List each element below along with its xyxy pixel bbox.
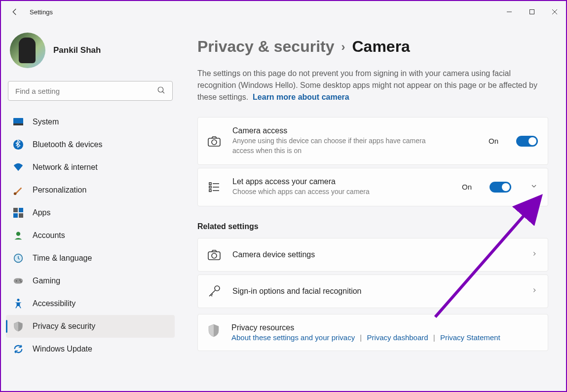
learn-more-link[interactable]: Learn more about camera	[253, 93, 349, 101]
resource-links: About these settings and your privacy | …	[231, 333, 500, 342]
search-input[interactable]	[8, 81, 173, 101]
titlebar: Settings	[1, 1, 566, 23]
svg-point-14	[16, 232, 20, 236]
camera-icon	[208, 248, 221, 261]
brush-icon	[13, 185, 24, 196]
sidebar-item-update[interactable]: Windows Update	[6, 338, 175, 360]
sidebar-item-gaming[interactable]: Gaming	[6, 270, 175, 292]
resources-title: Privacy resources	[231, 323, 500, 332]
sidebar-item-accessibility[interactable]: Accessibility	[6, 292, 175, 315]
svg-rect-7	[13, 123, 23, 125]
camera-icon	[208, 135, 221, 148]
toggle-state-label: On	[462, 183, 472, 191]
sidebar-item-privacy[interactable]: Privacy & security	[6, 315, 175, 338]
svg-point-20	[17, 299, 20, 301]
related-item-label: Camera device settings	[232, 250, 519, 259]
accessibility-icon	[13, 298, 24, 309]
svg-rect-13	[19, 213, 23, 218]
wifi-icon	[13, 162, 24, 173]
sidebar: Pankil Shah System Bluetooth & devices N…	[1, 23, 180, 391]
back-button[interactable]	[9, 6, 21, 18]
gaming-icon	[13, 275, 24, 286]
sidebar-item-label: Gaming	[33, 276, 60, 285]
breadcrumb-parent[interactable]: Privacy & security	[197, 38, 335, 56]
sidebar-item-label: Privacy & security	[33, 322, 95, 331]
svg-point-4	[158, 87, 163, 92]
search-icon	[157, 86, 166, 97]
svg-point-17	[16, 280, 17, 282]
resource-link-statement[interactable]: Privacy Statement	[440, 333, 500, 342]
svg-point-18	[19, 279, 21, 281]
camera-access-toggle[interactable]	[516, 136, 538, 147]
chevron-right-icon: ›	[341, 40, 345, 54]
setting-subtitle: Anyone using this device can choose if t…	[232, 136, 440, 156]
key-icon	[208, 285, 221, 298]
minimize-button[interactable]	[498, 1, 521, 23]
sidebar-item-label: System	[33, 118, 59, 126]
setting-title: Camera access	[232, 126, 477, 135]
window-controls	[498, 1, 566, 23]
expand-button[interactable]	[530, 182, 538, 192]
resource-link-about[interactable]: About these settings and your privacy	[231, 333, 355, 342]
sidebar-item-label: Windows Update	[33, 345, 92, 353]
sidebar-item-label: Bluetooth & devices	[33, 140, 102, 149]
svg-rect-10	[13, 208, 18, 212]
breadcrumb-current: Camera	[352, 38, 410, 56]
svg-point-31	[215, 286, 220, 291]
sidebar-item-bluetooth[interactable]: Bluetooth & devices	[6, 133, 175, 156]
setting-camera-access: Camera access Anyone using this device c…	[197, 117, 548, 165]
main-content: Privacy & security › Camera The settings…	[180, 23, 566, 391]
svg-rect-16	[14, 278, 23, 284]
sidebar-item-time[interactable]: Time & language	[6, 247, 175, 270]
list-icon	[208, 181, 221, 194]
apps-access-toggle[interactable]	[490, 182, 511, 193]
sidebar-item-label: Personalization	[33, 186, 86, 195]
window-title: Settings	[30, 8, 53, 16]
maximize-button[interactable]	[521, 1, 543, 23]
svg-point-30	[212, 253, 217, 258]
related-item-label: Sign-in options and facial recognition	[232, 287, 519, 296]
svg-rect-11	[19, 208, 23, 212]
page-description: The settings on this page do not prevent…	[197, 68, 548, 103]
profile[interactable]: Pankil Shah	[6, 23, 175, 81]
breadcrumb: Privacy & security › Camera	[197, 38, 548, 56]
svg-rect-27	[209, 190, 211, 192]
shield-icon	[208, 323, 220, 339]
related-camera-device-settings[interactable]: Camera device settings	[197, 238, 548, 272]
description-text: The settings on this page do not prevent…	[197, 69, 537, 101]
nav: System Bluetooth & devices Network & int…	[6, 111, 175, 391]
related-sign-in-options[interactable]: Sign-in options and facial recognition	[197, 274, 548, 308]
sidebar-item-label: Network & internet	[33, 163, 98, 172]
search-box	[8, 81, 173, 101]
svg-rect-12	[13, 213, 18, 218]
update-icon	[13, 344, 24, 354]
sidebar-item-apps[interactable]: Apps	[6, 201, 175, 224]
avatar	[10, 33, 45, 68]
svg-point-19	[20, 281, 22, 283]
svg-line-5	[162, 91, 164, 93]
svg-point-9	[14, 193, 16, 196]
svg-rect-1	[530, 10, 534, 14]
setting-title: Let apps access your camera	[232, 177, 450, 186]
close-button[interactable]	[543, 1, 566, 23]
resource-link-dashboard[interactable]: Privacy dashboard	[367, 333, 428, 342]
sidebar-item-label: Accounts	[33, 231, 65, 240]
shield-icon	[13, 321, 24, 332]
sidebar-item-personalization[interactable]: Personalization	[6, 179, 175, 201]
profile-name: Pankil Shah	[53, 45, 101, 55]
chevron-right-icon	[531, 250, 538, 259]
chevron-right-icon	[531, 287, 538, 296]
related-settings-heading: Related settings	[197, 222, 548, 231]
setting-subtitle: Choose which apps can access your camera	[232, 187, 440, 197]
clock-icon	[13, 253, 24, 264]
apps-icon	[13, 207, 24, 218]
sidebar-item-network[interactable]: Network & internet	[6, 156, 175, 179]
privacy-resources: Privacy resources About these settings a…	[197, 314, 548, 351]
system-icon	[13, 117, 24, 127]
bluetooth-icon	[13, 139, 24, 150]
sidebar-item-accounts[interactable]: Accounts	[6, 224, 175, 247]
accounts-icon	[13, 230, 24, 241]
sidebar-item-system[interactable]: System	[6, 111, 175, 133]
setting-apps-access: Let apps access your camera Choose which…	[197, 168, 548, 206]
toggle-state-label: On	[489, 137, 498, 145]
